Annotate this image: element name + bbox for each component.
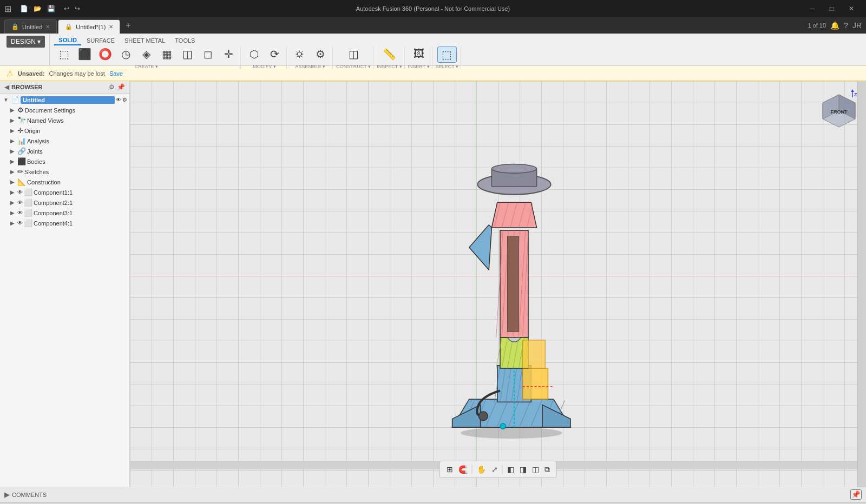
extrude-btn[interactable]: ⬛ [75,47,94,62]
tab-close-btn[interactable]: ✕ [45,24,50,30]
redo-btn[interactable]: ↪ [73,4,82,14]
notifications-btn[interactable]: 🔔 [830,21,839,30]
model-3d[interactable] [433,157,595,439]
expand-icon-bodies[interactable]: ▶ [9,158,16,164]
undo-btn[interactable]: ↩ [62,4,71,14]
expand-icon-views[interactable]: ▶ [9,117,16,123]
expand-icon-origin[interactable]: ▶ [9,128,16,134]
new-file-btn[interactable]: 📄 [18,4,30,14]
browser-collapse-btn[interactable]: ◀ [4,83,9,91]
eye-icon-comp2[interactable]: 👁 [17,200,23,205]
app-menu-icon[interactable]: ⊞ [4,4,11,14]
effects-btn[interactable]: ⧉ [542,464,552,475]
loft-btn[interactable]: ◈ [136,47,156,62]
save-link[interactable]: Save [109,70,123,77]
create-label[interactable]: CREATE ▾ [135,64,158,69]
comments-pin-btn[interactable]: 📌 [850,489,862,500]
expand-icon-sketches[interactable]: ▶ [9,169,16,175]
tree-item-sketches[interactable]: ▶ ✏ Sketches [0,167,129,177]
expand-icon-construction[interactable]: ▶ [9,179,16,185]
revolve-btn[interactable]: ⭕ [95,47,115,62]
tab-close-btn-2[interactable]: ✕ [109,24,113,30]
tab-untitled[interactable]: 🔒 Untitled ✕ [4,19,57,34]
pan-btn[interactable]: ✋ [475,464,488,475]
expand-icon-doc[interactable]: ▶ [9,107,16,113]
settings-icon-root[interactable]: ⚙ [122,97,127,103]
view-cube[interactable]: FRONT Z [817,87,861,130]
tree-item-construction[interactable]: ▶ 📐 Construction [0,177,129,187]
eye-icon-root[interactable]: 👁 [116,97,121,103]
open-btn[interactable]: 📂 [31,4,44,14]
grid-btn[interactable]: ⊞ [444,464,455,475]
expand-icon-analysis[interactable]: ▶ [9,138,16,144]
gear-icon: ⚙ [17,106,24,114]
modify-label[interactable]: MODIFY ▾ [253,64,275,69]
inspect-label[interactable]: INSPECT ▾ [377,64,402,69]
insert-btn[interactable]: 🖼 [409,47,429,61]
move-copy-btn[interactable]: ✛ [219,47,238,62]
zoom-fit-btn[interactable]: ⤢ [489,464,500,475]
browser-pin-btn[interactable]: 📌 [117,83,125,91]
eye-icon-comp1[interactable]: 👁 [17,189,23,195]
expand-icon-comp3[interactable]: ▶ [9,210,16,216]
tree-item-component4[interactable]: ▶ 👁 ⬜ Component4:1 [0,218,129,228]
expand-icon-comp1[interactable]: ▶ [9,189,16,195]
tree-item-joints[interactable]: ▶ 🔗 Joints [0,146,129,156]
expand-icon-comp4[interactable]: ▶ [9,220,16,226]
tree-item-component2[interactable]: ▶ 👁 ⬜ Component2:1 [0,197,129,208]
select-label[interactable]: SELECT ▾ [436,64,458,69]
mode-surface[interactable]: SURFACE [82,36,119,45]
select-btn[interactable]: ⬚ [437,47,457,63]
expand-icon-joints[interactable]: ▶ [9,148,16,154]
comments-expand-btn[interactable]: ▶ [4,490,10,499]
insert-label[interactable]: INSERT ▾ [408,64,430,69]
tree-item-root[interactable]: ▼ 📄 Untitled 👁 ⚙ [0,95,129,105]
tab-untitled2[interactable]: 🔒 Untitled*(1) ✕ [58,19,120,34]
web-btn[interactable]: ◫ [178,47,197,62]
tree-item-origin[interactable]: ▶ ✛ Origin [0,125,129,136]
shell-btn[interactable]: ◻ [198,47,218,62]
save-btn[interactable]: 💾 [45,4,57,14]
comments-label: COMMENTS [12,492,47,498]
tree-item-component1[interactable]: ▶ 👁 ⬜ Component1:1 [0,187,129,197]
construction-icon: 📐 [17,178,26,186]
browser-settings-btn[interactable]: ⚙ [109,83,115,91]
mode-sheet-metal[interactable]: SHEET METAL [120,36,169,45]
design-dropdown[interactable]: DESIGN ▾ [6,36,45,48]
lock-icon-2: 🔒 [65,23,73,30]
help-btn[interactable]: ? [844,21,848,30]
tree-item-analysis[interactable]: ▶ 📊 Analysis [0,136,129,146]
expand-icon-root[interactable]: ▼ [2,97,10,103]
inspect-btn[interactable]: 📏 [379,47,399,62]
tree-item-component3[interactable]: ▶ 👁 ⬜ Component3:1 [0,208,129,218]
new-tab-btn[interactable]: + [121,18,135,32]
tree-item-named-views[interactable]: ▶ 🔭 Named Views [0,115,129,125]
mode-tools[interactable]: TOOLS [170,36,199,45]
construct-btn[interactable]: ◫ [344,47,363,62]
modify-btn1[interactable]: ⬡ [244,47,264,62]
construct-group: ◫ CONSTRUCT ▾ [334,47,373,69]
eye-icon-comp3[interactable]: 👁 [17,210,23,216]
expand-icon-comp2[interactable]: ▶ [9,200,16,205]
construct-label[interactable]: CONSTRUCT ▾ [336,64,371,69]
assemble-label[interactable]: ASSEMBLE ▾ [295,64,325,69]
tree-item-doc-settings[interactable]: ▶ ⚙ Document Settings [0,105,129,115]
visual-style-btn[interactable]: ◨ [517,464,529,475]
modify-btn2[interactable]: ⟳ [265,47,284,62]
new-component-btn[interactable]: ⬚ [54,47,74,62]
viewport[interactable]: FRONT Z ⊞ 🧲 ✋ ⤢ ◧ ◨ ◫ ⧉ [130,81,866,487]
eye-icon-comp4[interactable]: 👁 [17,220,23,226]
sweep-btn[interactable]: ◷ [116,47,135,62]
env-btn[interactable]: ◫ [530,464,541,475]
assemble-btn2[interactable]: ⚙ [311,47,330,62]
rib-btn[interactable]: ▦ [157,47,176,62]
tree-item-bodies[interactable]: ▶ ⬛ Bodies [0,156,129,167]
display-mode-btn[interactable]: ◧ [505,464,516,475]
maximize-btn[interactable]: □ [822,0,841,17]
profile-btn[interactable]: JR [852,21,862,30]
assemble-btn1[interactable]: ⛭ [290,47,310,62]
minimize-btn[interactable]: ─ [802,0,822,17]
close-btn[interactable]: ✕ [841,0,862,17]
snap-btn[interactable]: 🧲 [456,464,470,475]
mode-solid[interactable]: SOLID [54,36,81,45]
